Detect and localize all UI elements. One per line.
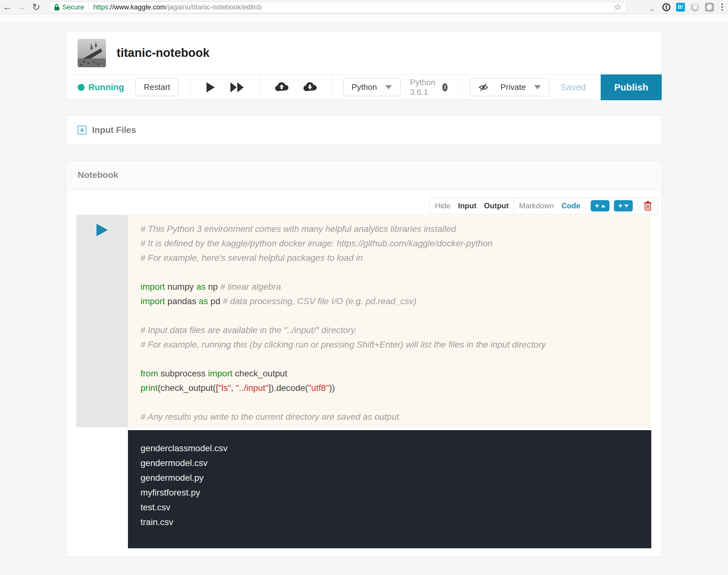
running-dot-icon [78, 84, 85, 91]
run-all-icon[interactable] [230, 82, 244, 93]
back-icon[interactable]: ← [0, 2, 14, 12]
language-label: Python [352, 82, 377, 92]
code-line: import numpy as np # linear algebra [140, 280, 645, 294]
expand-plus-icon[interactable]: + [78, 126, 87, 134]
input-files-section[interactable]: + Input Files [66, 115, 662, 144]
code-line: # This Python 3 environment comes with m… [140, 222, 645, 236]
status-label: Running [88, 82, 124, 92]
page-top-strip [0, 14, 728, 22]
blob-extension-icon[interactable] [705, 3, 714, 12]
address-bar[interactable]: Secure https://www.kaggle.com/jagainu/ti… [49, 2, 626, 13]
code-line: # For example, running this (by clicking… [140, 337, 645, 352]
code-line [140, 265, 645, 280]
kernel-header-card: titanic-notebook Running Restart [66, 31, 662, 100]
bookmark-star-icon[interactable]: ☆ [614, 3, 622, 12]
code-line: import pandas as pd # data processing, C… [140, 294, 645, 309]
cell-output: genderclassmodel.csvgendermodel.csvgende… [128, 430, 651, 548]
run-cell-button[interactable] [96, 223, 108, 237]
input-files-label: Input Files [92, 125, 136, 135]
notebook-header: Notebook [66, 161, 662, 190]
code-line [140, 352, 645, 366]
url-text: https://www.kaggle.com/jagainu/titanic-n… [93, 3, 262, 11]
info-icon[interactable]: i [442, 83, 448, 92]
visibility-label: Private [500, 82, 526, 92]
input-tab[interactable]: Input [458, 201, 476, 210]
notebook-section: Notebook Hide Input Output Markdown Code… [66, 160, 662, 557]
kernel-toolbar: Running Restart [66, 74, 662, 100]
reload-icon[interactable]: ↻ [29, 2, 43, 12]
code-tab[interactable]: Code [561, 201, 580, 210]
run-icon[interactable] [206, 82, 215, 93]
markdown-tab[interactable]: Markdown [519, 201, 554, 210]
status-indicator: Running [78, 82, 124, 92]
output-line: gendermodel.csv [140, 455, 645, 470]
code-line: # It is defined by the kaggle/python doc… [140, 236, 645, 251]
kernel-title-row: titanic-notebook [66, 32, 662, 74]
publish-button[interactable]: Publish [601, 74, 662, 100]
output-tab[interactable]: Output [484, 201, 509, 210]
output-line: myfirstforest.py [140, 485, 645, 500]
chevron-down-icon [385, 85, 392, 89]
browser-menu-icon[interactable] [720, 3, 725, 11]
arrow-up-icon [601, 205, 605, 207]
output-line: train.csv [140, 515, 645, 530]
kernel-version: Python 3.6.1 i [410, 78, 448, 97]
notebook-thumbnail [78, 39, 106, 67]
notebook-title: Notebook [78, 170, 118, 180]
presentation-extension-icon[interactable] [647, 4, 657, 11]
visibility-dropdown[interactable]: Private [470, 78, 550, 96]
code-line: # Input data files are available in the … [140, 323, 645, 337]
upload-cloud-icon[interactable] [275, 82, 289, 93]
saved-status: Saved [561, 82, 586, 92]
eye-slash-icon [478, 83, 489, 92]
restart-button[interactable]: Restart [135, 78, 179, 96]
output-line: gendermodel.py [140, 470, 645, 485]
code-editor[interactable]: # This Python 3 environment comes with m… [128, 215, 651, 427]
forward-icon[interactable]: → [14, 2, 29, 12]
hide-tab[interactable]: Hide [435, 201, 451, 210]
url-scheme: https [93, 3, 108, 11]
url-host: ://www.kaggle.com [108, 3, 166, 11]
code-line: # Any results you write to the current d… [140, 410, 645, 424]
cell-gutter [76, 215, 128, 427]
secure-label: Secure [62, 3, 84, 11]
output-line: genderclassmodel.csv [140, 441, 645, 455]
trash-icon [644, 201, 652, 211]
code-cell: # This Python 3 environment comes with m… [76, 215, 651, 427]
add-cell-below-button[interactable]: + [614, 200, 633, 211]
output-line: test.csv [140, 500, 645, 515]
code-line: from subprocess import check_output [140, 366, 645, 381]
page-title: titanic-notebook [117, 46, 210, 60]
url-path: /jagainu/titanic-notebook/editnb [166, 3, 262, 11]
delete-cell-button[interactable] [638, 198, 658, 214]
code-line [140, 309, 645, 323]
code-line: # For example, here's several helpful pa… [140, 251, 645, 265]
lock-icon [54, 4, 59, 10]
browser-chrome: ← → ↻ Secure https://www.kaggle.com/jaga… [0, 0, 728, 14]
url-divider [89, 3, 89, 11]
code-line: print(check_output(["ls", "../input"]).d… [140, 381, 645, 395]
extension-tray: B! [647, 0, 725, 14]
arrow-down-icon [624, 205, 629, 207]
download-cloud-icon[interactable] [303, 82, 317, 93]
cell-toolbar: Hide Input Output Markdown Code + + [430, 197, 658, 214]
add-cell-above-button[interactable]: + [591, 200, 609, 211]
hatena-bookmark-extension-icon[interactable]: B! [676, 3, 685, 12]
swirl-extension-icon[interactable] [691, 3, 699, 12]
cell-toolbar-zone: Hide Input Output Markdown Code + + [66, 190, 662, 215]
chevron-down-icon [534, 85, 541, 89]
code-line [140, 395, 645, 410]
language-dropdown[interactable]: Python [343, 78, 400, 96]
password-manager-extension-icon[interactable] [662, 3, 670, 11]
